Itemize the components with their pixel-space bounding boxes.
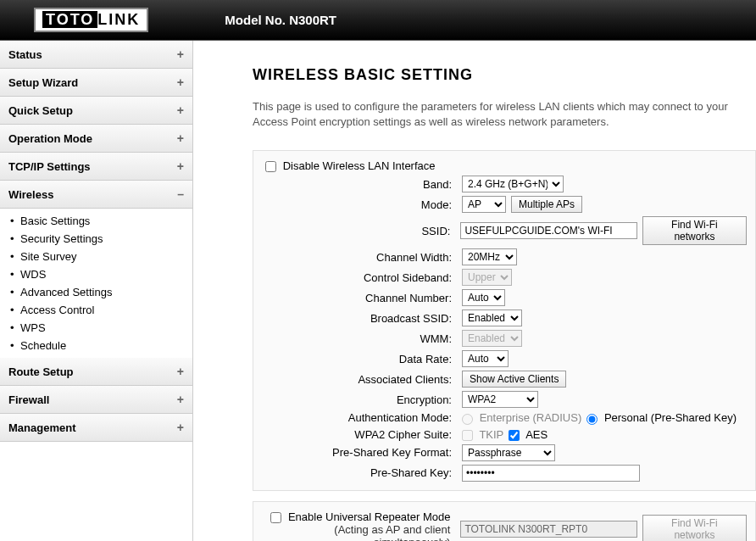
control-sideband-select[interactable]: Upper <box>462 269 512 286</box>
sidebar-item-route-setup[interactable]: Route Setup + <box>0 358 192 386</box>
repeater-find-wifi-button: Find Wi-Fi networks <box>642 515 747 541</box>
sidebar-label: Status <box>8 48 42 61</box>
plus-icon: + <box>177 103 184 117</box>
sub-item-advanced-settings[interactable]: Advanced Settings <box>0 283 192 301</box>
page-description: This page is used to configure the param… <box>253 99 756 130</box>
sub-item-wds[interactable]: WDS <box>0 265 192 283</box>
cipher-aes-option[interactable]: AES <box>509 428 548 441</box>
auth-personal-radio[interactable] <box>586 414 598 425</box>
find-wifi-button[interactable]: Find Wi-Fi networks <box>642 216 747 245</box>
associated-clients-label: Associated Clients: <box>262 373 462 386</box>
ssid-input[interactable] <box>460 222 636 239</box>
plus-icon: + <box>177 393 184 406</box>
auth-mode-label: Authentication Mode: <box>262 411 462 424</box>
brand-logo: TOTOLINK <box>34 8 148 32</box>
mode-select[interactable]: AP <box>462 196 506 213</box>
data-rate-select[interactable]: Auto <box>462 350 509 367</box>
sidebar-item-tcpip[interactable]: TCP/IP Settings + <box>0 153 192 181</box>
plus-icon: + <box>177 47 184 61</box>
channel-width-select[interactable]: 20MHz <box>462 248 517 265</box>
auth-enterprise-option[interactable]: Enterprise (RADIUS) <box>462 411 581 424</box>
enable-repeater-checkbox[interactable] <box>270 512 281 523</box>
sidebar: Status + Setup Wizard + Quick Setup + Op… <box>0 41 193 541</box>
minus-icon: – <box>177 187 184 201</box>
repeater-sublabel: (Acting as AP and client simultaneously) <box>262 523 450 541</box>
repeater-section: Enable Universal Repeater Mode (Acting a… <box>253 501 756 541</box>
sub-item-site-survey[interactable]: Site Survey <box>0 248 192 265</box>
auth-enterprise-radio[interactable] <box>462 414 473 425</box>
mode-label: Mode: <box>262 198 462 211</box>
sidebar-label: TCP/IP Settings <box>8 160 91 173</box>
sidebar-label: Operation Mode <box>8 132 92 145</box>
psk-label: Pre-Shared Key: <box>262 466 462 479</box>
wmm-select[interactable]: Enabled <box>462 330 522 347</box>
multiple-aps-button[interactable]: Multiple APs <box>511 196 582 213</box>
page-title: WIRELESS BASIC SETTING <box>253 66 756 84</box>
psk-format-select[interactable]: Passphrase <box>462 444 555 461</box>
cipher-label: WPA2 Cipher Suite: <box>262 428 462 441</box>
sidebar-item-setup-wizard[interactable]: Setup Wizard + <box>0 69 192 97</box>
sidebar-label: Setup Wizard <box>8 76 78 89</box>
sidebar-item-operation-mode[interactable]: Operation Mode + <box>0 125 192 153</box>
sidebar-label: Route Setup <box>8 365 74 378</box>
sidebar-item-firewall[interactable]: Firewall + <box>0 386 192 414</box>
channel-width-label: Channel Width: <box>262 251 462 264</box>
tkip-checkbox[interactable] <box>462 430 473 441</box>
enable-repeater-label: Enable Universal Repeater Mode <box>288 510 451 523</box>
plus-icon: + <box>177 421 184 434</box>
model-number: Model No. N300RT <box>225 13 336 27</box>
repeater-ssid-input <box>460 521 636 538</box>
form-section-main: Disable Wireless LAN Interface Band: 2.4… <box>253 150 756 490</box>
content-area: WIRELESS BASIC SETTING This page is used… <box>193 41 756 541</box>
plus-icon: + <box>177 159 184 173</box>
broadcast-ssid-select[interactable]: Enabled <box>462 310 522 326</box>
encryption-select[interactable]: WPA2 <box>462 391 538 408</box>
sub-item-schedule[interactable]: Schedule <box>0 337 192 354</box>
sidebar-label: Management <box>8 421 75 434</box>
encryption-label: Encryption: <box>262 393 462 406</box>
sidebar-item-management[interactable]: Management + <box>0 414 192 442</box>
sub-item-wps[interactable]: WPS <box>0 319 192 337</box>
sidebar-label: Wireless <box>8 188 53 201</box>
sidebar-label: Quick Setup <box>8 104 73 117</box>
band-label: Band: <box>262 178 462 191</box>
cipher-tkip-option[interactable]: TKIP <box>462 428 503 441</box>
plus-icon: + <box>177 365 184 378</box>
sub-item-basic-settings[interactable]: Basic Settings <box>0 212 192 230</box>
control-sideband-label: Control Sideband: <box>262 271 462 284</box>
sidebar-item-quick-setup[interactable]: Quick Setup + <box>0 97 192 125</box>
channel-number-select[interactable]: Auto <box>462 289 505 306</box>
plus-icon: + <box>177 131 184 145</box>
channel-number-label: Channel Number: <box>262 292 462 304</box>
data-rate-label: Data Rate: <box>262 353 462 365</box>
header-bar: TOTOLINK Model No. N300RT <box>0 0 756 41</box>
auth-personal-option[interactable]: Personal (Pre-Shared Key) <box>586 411 737 424</box>
sidebar-item-status[interactable]: Status + <box>0 41 192 69</box>
wmm-label: WMM: <box>262 332 462 345</box>
sidebar-label: Firewall <box>8 393 49 406</box>
sub-item-security-settings[interactable]: Security Settings <box>0 230 192 248</box>
aes-checkbox[interactable] <box>509 430 520 441</box>
ssid-label: SSID: <box>262 225 460 237</box>
sub-item-access-control[interactable]: Access Control <box>0 301 192 319</box>
band-select[interactable]: 2.4 GHz (B+G+N) <box>462 176 564 192</box>
broadcast-ssid-label: Broadcast SSID: <box>262 312 462 325</box>
disable-wlan-checkbox[interactable] <box>265 161 276 172</box>
psk-input[interactable] <box>462 465 640 482</box>
wireless-submenu: Basic Settings Security Settings Site Su… <box>0 209 192 358</box>
plus-icon: + <box>177 75 184 89</box>
logo-prefix: TOTO <box>42 11 97 28</box>
show-active-clients-button[interactable]: Show Active Clients <box>462 371 566 388</box>
sidebar-item-wireless[interactable]: Wireless – <box>0 181 192 209</box>
psk-format-label: Pre-Shared Key Format: <box>262 446 462 459</box>
disable-wlan-label: Disable Wireless LAN Interface <box>283 159 436 172</box>
logo-suffix: LINK <box>97 11 140 28</box>
